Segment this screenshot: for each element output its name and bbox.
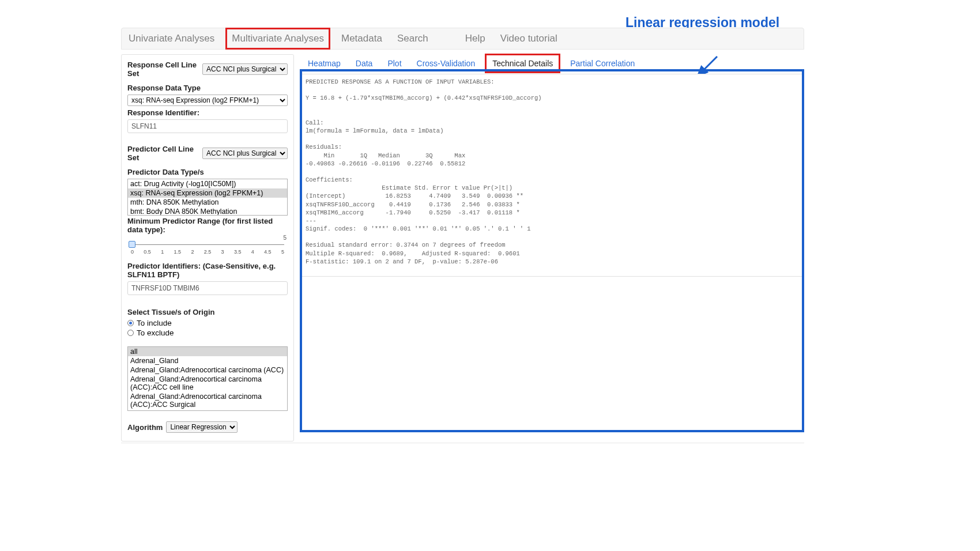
slider-tick: 5 <box>281 249 284 255</box>
predictor-data-types-list[interactable]: act: Drug Activity (-log10[IC50M]) xsq: … <box>127 179 288 216</box>
radio-exclude-label: To exclude <box>137 329 174 337</box>
app-container: Univariate Analyses Multivariate Analyse… <box>121 28 804 441</box>
slider-tick: 1.5 <box>174 249 182 255</box>
response-data-type-label: Response Data Type <box>127 84 288 92</box>
result-tabs: Heatmap Data Plot Cross-Validation Techn… <box>300 54 804 74</box>
body-row: Response Cell Line Set ACC NCI plus Surg… <box>121 54 804 441</box>
predictor-data-types-label: Predictor Data Type/s <box>127 168 288 176</box>
technical-details-output: PREDICTED RESPONSE AS A FUNCTION OF INPU… <box>300 74 804 277</box>
radio-exclude[interactable]: To exclude <box>127 329 288 337</box>
list-item[interactable]: Adrenal_Gland <box>128 356 287 365</box>
response-cell-line-set-select[interactable]: ACC NCI plus Surgical <box>202 63 288 75</box>
radio-include[interactable]: To include <box>127 319 288 327</box>
radio-icon <box>127 330 134 336</box>
tab-partial-correlation[interactable]: Partial Correlation <box>568 56 637 70</box>
top-nav: Univariate Analyses Multivariate Analyse… <box>121 28 804 50</box>
slider-track <box>131 244 284 245</box>
nav-tab-help[interactable]: Help <box>463 32 488 46</box>
list-item[interactable]: Adrenal_Gland:Adrenocortical carcinoma (… <box>128 365 287 375</box>
tab-plot[interactable]: Plot <box>385 56 404 70</box>
nav-tab-metadata[interactable]: Metadata <box>339 32 385 46</box>
list-item[interactable]: all <box>128 347 287 356</box>
predictor-identifiers-input[interactable] <box>127 281 288 295</box>
footer-divider <box>121 443 804 443</box>
nav-tab-video[interactable]: Video tutorial <box>498 32 560 46</box>
slider-tick: 2.5 <box>204 249 212 255</box>
predictor-cell-line-set-select[interactable]: ACC NCI plus Surgical <box>202 148 288 159</box>
slider-tick: 2 <box>191 249 194 255</box>
tab-technical-details[interactable]: Technical Details <box>488 56 557 70</box>
slider-tick: 4 <box>251 249 254 255</box>
select-tissues-label: Select Tissue/s of Origin <box>127 308 288 316</box>
algorithm-label: Algorithm <box>127 423 163 432</box>
response-cell-line-set-label: Response Cell Line Set <box>127 61 200 78</box>
tab-cross-validation[interactable]: Cross-Validation <box>414 56 478 70</box>
slider-tick: 3.5 <box>234 249 242 255</box>
radio-include-label: To include <box>137 319 172 327</box>
list-item[interactable]: act: Drug Activity (-log10[IC50M]) <box>128 179 287 188</box>
slider-tick: 4.5 <box>264 249 272 255</box>
tab-data[interactable]: Data <box>353 56 375 70</box>
slider-tick: 1 <box>161 249 164 255</box>
slider-tick: 0 <box>131 249 134 255</box>
predictor-identifiers-label: Predictor Identifiers: (Case-Sensitive, … <box>127 262 288 279</box>
slider-handle[interactable] <box>129 241 135 248</box>
nav-tab-multivariate[interactable]: Multivariate Analyses <box>227 29 329 48</box>
sidebar-panel: Response Cell Line Set ACC NCI plus Surg… <box>121 54 294 441</box>
main-panel: Heatmap Data Plot Cross-Validation Techn… <box>300 54 804 277</box>
algorithm-select[interactable]: Linear Regression <box>166 421 238 433</box>
nav-tab-search[interactable]: Search <box>395 32 431 46</box>
list-item[interactable]: mth: DNA 850K Methylation <box>128 198 287 207</box>
slider-ticks: 0 0.5 1 1.5 2 2.5 3 3.5 4 4.5 5 <box>131 249 284 255</box>
tissues-list[interactable]: all Adrenal_Gland Adrenal_Gland:Adrenoco… <box>127 346 288 411</box>
tab-heatmap[interactable]: Heatmap <box>306 56 343 70</box>
response-identifier-label: Response Identifier: <box>127 108 288 117</box>
list-item[interactable]: Adrenal_Gland:Adrenocortical carcinoma (… <box>128 392 287 409</box>
slider-max-label: 5 <box>283 235 287 241</box>
list-item[interactable]: xsq: RNA-seq Expression (log2 FPKM+1) <box>128 188 287 198</box>
response-data-type-select[interactable]: xsq: RNA-seq Expression (log2 FPKM+1) <box>127 95 288 106</box>
nav-tab-univariate[interactable]: Univariate Analyses <box>126 32 217 46</box>
predictor-cell-line-set-label: Predictor Cell Line Set <box>127 145 200 162</box>
min-predictor-range-slider[interactable]: 5 0 0.5 1 1.5 2 2.5 3 3.5 4 4.5 5 <box>127 236 288 256</box>
slider-tick: 3 <box>221 249 224 255</box>
list-item[interactable]: Adrenal_Gland:Adrenocortical carcinoma (… <box>128 375 287 392</box>
radio-icon <box>127 320 134 326</box>
response-identifier-input[interactable] <box>127 119 288 133</box>
list-item[interactable]: bmt: Body DNA 850K Methylation <box>128 207 287 216</box>
min-predictor-range-label: Minimum Predictor Range (for first liste… <box>127 217 288 234</box>
slider-tick: 0.5 <box>144 249 151 255</box>
